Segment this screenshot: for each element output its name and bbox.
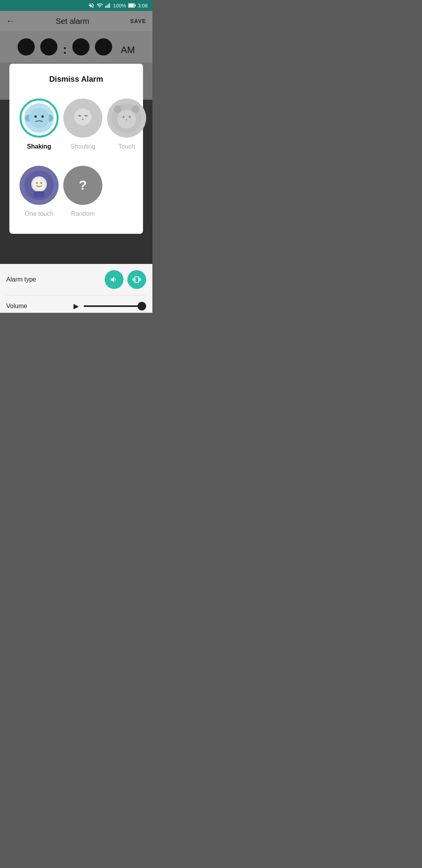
status-bar: 100% 3:08	[0, 0, 152, 11]
svg-point-15	[78, 115, 81, 117]
empty-cell	[105, 162, 135, 221]
svg-point-17	[82, 118, 84, 120]
one-touch-astronaut-icon	[24, 170, 54, 201]
touch-bear-icon	[111, 103, 142, 133]
svg-point-14	[74, 108, 91, 126]
speaker-icon	[110, 275, 118, 284]
svg-rect-5	[129, 4, 134, 7]
status-icons: 100% 3:08	[88, 2, 148, 9]
svg-point-12	[41, 115, 44, 118]
random-label: Random	[71, 210, 95, 217]
alarm-type-controls	[105, 270, 146, 289]
options-bottom-row: One touch ? Random	[17, 162, 135, 221]
volume-controls: ▶	[73, 302, 146, 310]
option-shaking[interactable]: Shaking	[17, 95, 61, 154]
option-random[interactable]: ? Random	[61, 162, 105, 221]
options-top-row: Shaking	[17, 95, 135, 154]
svg-point-28	[33, 178, 45, 190]
svg-rect-2	[108, 4, 109, 8]
svg-point-10	[29, 108, 49, 128]
wifi-icon	[97, 2, 103, 9]
svg-point-11	[34, 115, 37, 118]
option-touch[interactable]: Touch	[105, 95, 148, 154]
alarm-type-label: Alarm type	[6, 276, 36, 283]
battery-icon	[128, 3, 136, 8]
shaking-label: Shaking	[27, 143, 51, 150]
settings-panel: Alarm type Volume ▶	[0, 264, 152, 313]
svg-point-22	[123, 116, 125, 118]
vibrate-icon	[132, 275, 141, 284]
svg-point-16	[84, 115, 88, 117]
svg-point-19	[114, 105, 122, 113]
battery-text: 100%	[113, 3, 126, 9]
svg-rect-6	[134, 5, 136, 7]
vibrate-button[interactable]	[127, 270, 146, 289]
svg-point-23	[129, 116, 131, 118]
shouting-icon-wrap	[63, 99, 102, 138]
svg-point-24	[126, 119, 127, 120]
signal-icon	[105, 2, 111, 9]
modal-title: Dismiss Alarm	[17, 75, 135, 84]
shaking-monkey-icon	[24, 103, 54, 133]
play-button[interactable]: ▶	[73, 302, 79, 310]
random-question-icon: ?	[68, 170, 98, 201]
svg-point-20	[132, 105, 139, 113]
slider-thumb	[138, 302, 146, 310]
one-touch-icon-wrap	[20, 166, 59, 205]
shaking-icon-wrap	[20, 99, 59, 138]
alarm-type-row: Alarm type	[6, 264, 146, 296]
touch-icon-wrap	[107, 99, 146, 138]
one-touch-label: One touch	[25, 210, 54, 217]
option-one-touch[interactable]: One touch	[17, 162, 61, 221]
random-icon-wrap: ?	[63, 166, 102, 205]
dismiss-alarm-modal: Dismiss Alarm	[9, 64, 143, 234]
svg-text:?: ?	[79, 178, 87, 192]
svg-rect-31	[33, 191, 45, 197]
volume-row: Volume ▶	[6, 296, 146, 313]
svg-rect-0	[106, 6, 106, 8]
shouting-label: Shouting	[70, 143, 95, 150]
shouting-ghost-icon	[68, 103, 98, 133]
svg-rect-1	[107, 5, 107, 8]
time-display-status: 3:08	[138, 3, 148, 9]
touch-label: Touch	[118, 143, 135, 150]
volume-slider[interactable]	[84, 305, 146, 307]
option-shouting[interactable]: Shouting	[61, 95, 105, 154]
svg-point-25	[126, 121, 127, 122]
svg-rect-3	[109, 3, 110, 8]
volume-label: Volume	[6, 303, 27, 310]
sound-button[interactable]	[105, 270, 123, 289]
mute-icon	[88, 2, 95, 9]
